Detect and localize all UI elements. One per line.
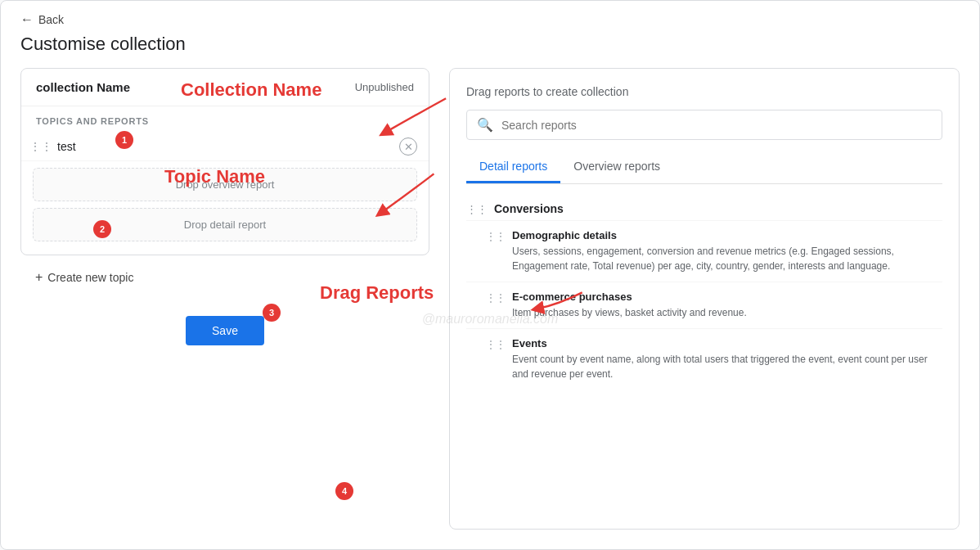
back-arrow-icon: ← <box>20 12 34 27</box>
report-drag-icon-2: ⋮⋮ <box>486 292 506 304</box>
search-icon: 🔍 <box>477 117 493 133</box>
drop-detail-zone[interactable]: Drop detail report <box>33 208 417 241</box>
left-panel: collection Name Unpublished TOPICS AND R… <box>20 68 429 530</box>
report-item-demographic: ⋮⋮ Demographic details Users, sessions, … <box>466 220 942 282</box>
page-title: Customise collection <box>1 30 979 68</box>
report-name-ecommerce: E-commerce purchases <box>512 291 747 303</box>
create-topic-button[interactable]: + Create new topic <box>20 255 429 300</box>
report-name-demographic: Demographic details <box>512 229 942 241</box>
conversions-drag-icon: ⋮⋮ <box>466 203 488 215</box>
search-bar: 🔍 <box>466 110 942 140</box>
report-name-events: Events <box>512 337 942 349</box>
drag-title: Drag reports to create collection <box>466 85 942 98</box>
plus-icon: + <box>35 270 43 285</box>
remove-topic-button[interactable]: ✕ <box>399 138 417 156</box>
drag-handle-icon: ⋮⋮ <box>29 140 52 153</box>
back-button[interactable]: ← Back <box>20 12 64 27</box>
conversions-title: Conversions <box>494 202 564 215</box>
unpublished-badge: Unpublished <box>355 81 414 93</box>
report-item-ecommerce: ⋮⋮ E-commerce purchases Item purchases b… <box>466 282 942 328</box>
collection-card: collection Name Unpublished TOPICS AND R… <box>20 68 429 255</box>
search-input[interactable] <box>501 119 932 132</box>
collection-name: collection Name <box>36 80 130 94</box>
tabs-row: Detail reports Overview reports <box>466 153 942 184</box>
save-button[interactable]: Save <box>186 316 264 345</box>
tab-overview-reports[interactable]: Overview reports <box>560 153 673 183</box>
create-topic-label: Create new topic <box>47 271 133 284</box>
report-drag-icon-3: ⋮⋮ <box>486 339 506 350</box>
badge-4: 4 <box>335 482 353 500</box>
topic-name: test <box>57 140 399 153</box>
report-item-events: ⋮⋮ Events Event count by event name, alo… <box>466 328 942 390</box>
right-panel: Drag reports to create collection 🔍 Deta… <box>449 68 960 530</box>
tab-detail-reports[interactable]: Detail reports <box>466 153 560 183</box>
report-desc-ecommerce: Item purchases by views, basket activity… <box>512 305 747 320</box>
report-drag-icon: ⋮⋮ <box>486 231 506 242</box>
topic-row: ⋮⋮ test ✕ <box>21 133 429 161</box>
conversions-section: ⋮⋮ Conversions <box>466 194 942 220</box>
report-desc-demographic: Users, sessions, engagement, conversion … <box>512 244 942 273</box>
drop-overview-zone[interactable]: Drop overview report <box>33 168 417 201</box>
back-label: Back <box>38 13 64 26</box>
report-desc-events: Event count by event name, along with to… <box>512 352 942 381</box>
topics-label: TOPICS AND REPORTS <box>21 116 429 133</box>
